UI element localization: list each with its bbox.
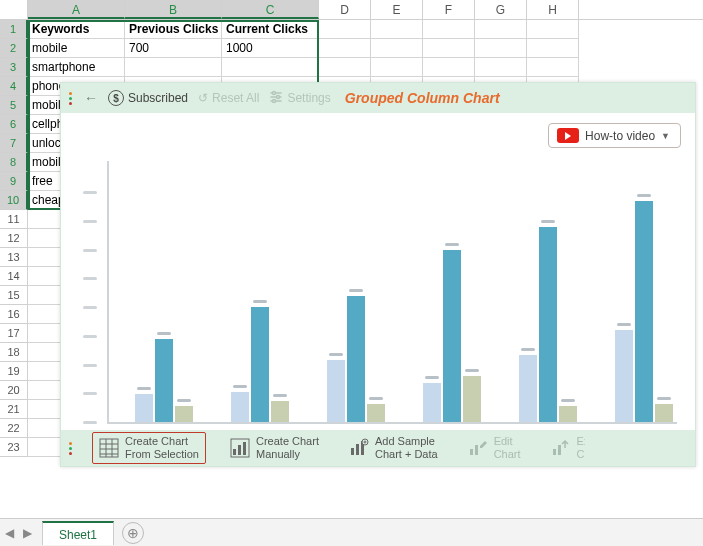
drag-handle-icon[interactable]	[69, 92, 72, 105]
svg-rect-23	[475, 445, 478, 455]
row-header[interactable]: 15	[0, 286, 28, 305]
col-header-E[interactable]: E	[371, 0, 423, 19]
y-axis-ticks	[83, 161, 101, 424]
select-all-corner[interactable]	[0, 0, 28, 19]
row-header[interactable]: 14	[0, 267, 28, 286]
panel-header: ← $ Subscribed ↺ Reset All Settings Grou…	[61, 83, 695, 113]
panel-title: Grouped Column Chart	[345, 90, 500, 106]
bar	[463, 376, 481, 422]
row-header[interactable]: 13	[0, 248, 28, 267]
cell[interactable]	[423, 20, 475, 39]
create-chart-manually-button[interactable]: Create ChartManually	[224, 433, 325, 462]
bar-cap	[177, 399, 191, 402]
row-header[interactable]: 5	[0, 96, 28, 115]
edit-chart-button[interactable]: EditChart	[462, 433, 527, 462]
col-header-F[interactable]: F	[423, 0, 475, 19]
bar-cap	[233, 385, 247, 388]
row-header[interactable]: 7	[0, 134, 28, 153]
col-header-A[interactable]: A	[28, 0, 125, 19]
cell[interactable]	[423, 58, 475, 77]
drag-handle-icon[interactable]	[69, 442, 72, 455]
row-header[interactable]: 3	[0, 58, 28, 77]
cell[interactable]: mobile	[28, 39, 125, 58]
cell[interactable]	[475, 58, 527, 77]
cell[interactable]	[527, 20, 579, 39]
cell[interactable]	[125, 58, 222, 77]
cell[interactable]	[319, 20, 371, 39]
bar-cap	[657, 397, 671, 400]
row-header[interactable]: 4	[0, 77, 28, 96]
row-header[interactable]: 19	[0, 362, 28, 381]
cell[interactable]: 700	[125, 39, 222, 58]
row-header[interactable]: 11	[0, 210, 28, 229]
cell[interactable]	[371, 39, 423, 58]
sheet-tab-bar: ◀ ▶ Sheet1 ⊕	[0, 518, 703, 546]
bar-cap	[253, 300, 267, 303]
sample-icon	[349, 438, 369, 458]
row-header[interactable]: 20	[0, 381, 28, 400]
cell[interactable]: Previous Clicks	[125, 20, 222, 39]
cell[interactable]: smartphone	[28, 58, 125, 77]
panel-body: How-to video ▼	[61, 113, 695, 430]
cell[interactable]	[527, 58, 579, 77]
subscribed-label: Subscribed	[128, 91, 188, 105]
bar-cap	[369, 397, 383, 400]
cell[interactable]: 1000	[222, 39, 319, 58]
sheet-tab-active[interactable]: Sheet1	[42, 521, 114, 545]
a2l2: Manually	[256, 448, 319, 461]
add-sample-button[interactable]: Add SampleChart + Data	[343, 433, 444, 462]
subscribed-button[interactable]: $ Subscribed	[108, 90, 188, 106]
row-header[interactable]: 16	[0, 305, 28, 324]
cell[interactable]	[319, 58, 371, 77]
col-header-D[interactable]: D	[319, 0, 371, 19]
howto-label: How-to video	[585, 129, 655, 143]
add-sheet-button[interactable]: ⊕	[122, 522, 144, 544]
row-header[interactable]: 17	[0, 324, 28, 343]
col-header-C[interactable]: C	[222, 0, 319, 19]
bar	[615, 330, 633, 422]
svg-rect-24	[553, 449, 556, 455]
svg-point-4	[277, 95, 280, 98]
tab-nav-next[interactable]: ▶	[18, 526, 36, 540]
row-header[interactable]: 12	[0, 229, 28, 248]
reset-all-button[interactable]: ↺ Reset All	[198, 91, 259, 105]
back-icon[interactable]: ←	[84, 90, 98, 106]
row-header[interactable]: 18	[0, 343, 28, 362]
col-header-G[interactable]: G	[475, 0, 527, 19]
cell[interactable]	[475, 39, 527, 58]
row-header[interactable]: 6	[0, 115, 28, 134]
cell[interactable]	[319, 39, 371, 58]
cell[interactable]	[222, 58, 319, 77]
row-header[interactable]: 9	[0, 172, 28, 191]
cell[interactable]	[423, 39, 475, 58]
panel-footer: Create ChartFrom Selection Create ChartM…	[61, 430, 695, 466]
row-header[interactable]: 21	[0, 400, 28, 419]
col-header-H[interactable]: H	[527, 0, 579, 19]
row-header[interactable]: 23	[0, 438, 28, 457]
settings-button[interactable]: Settings	[269, 90, 330, 107]
howto-video-button[interactable]: How-to video ▼	[548, 123, 681, 148]
tab-nav-prev[interactable]: ◀	[0, 526, 18, 540]
bar	[443, 250, 461, 423]
cell[interactable]: Current Clicks	[222, 20, 319, 39]
cell[interactable]	[475, 20, 527, 39]
bar	[635, 201, 653, 422]
row-header[interactable]: 2	[0, 39, 28, 58]
bar-cap	[617, 323, 631, 326]
cell[interactable]	[527, 39, 579, 58]
row-header[interactable]: 22	[0, 419, 28, 438]
create-chart-from-selection-button[interactable]: Create ChartFrom Selection	[92, 432, 206, 463]
cell[interactable]	[371, 20, 423, 39]
bar	[271, 401, 289, 422]
col-header-B[interactable]: B	[125, 0, 222, 19]
row-header[interactable]: 10	[0, 191, 28, 210]
row-header[interactable]: 1	[0, 20, 28, 39]
reset-label: Reset All	[212, 91, 259, 105]
cell[interactable]	[371, 58, 423, 77]
bar	[135, 394, 153, 422]
a3l1: Add Sample	[375, 435, 438, 448]
a5l2: Chart	[577, 448, 585, 461]
cell[interactable]: Keywords	[28, 20, 125, 39]
export-chart-button[interactable]: ExportChart	[545, 433, 585, 462]
row-header[interactable]: 8	[0, 153, 28, 172]
